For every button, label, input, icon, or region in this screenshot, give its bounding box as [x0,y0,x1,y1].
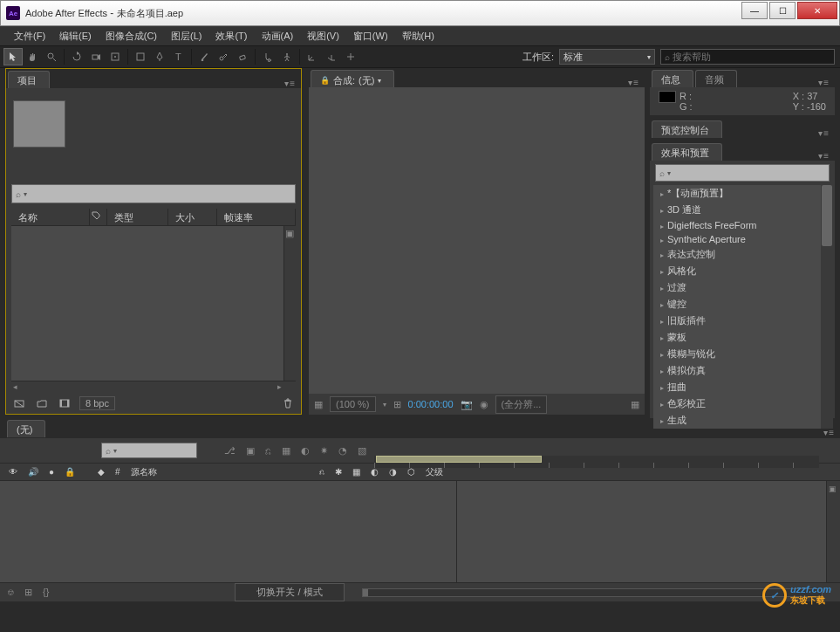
menu-edit[interactable]: 编辑(E) [52,28,99,45]
tool-local-axis[interactable] [303,48,322,65]
trash-icon[interactable] [280,396,296,410]
interpret-footage-icon[interactable] [11,396,27,410]
tool-roto[interactable] [258,48,277,65]
menu-layer[interactable]: 图层(L) [164,28,208,45]
project-list[interactable]: ▣ ◂ ▸ [11,226,296,393]
toggle-switches-icon[interactable]: ⎊ [5,585,17,600]
grid-icon[interactable]: ▦ [631,399,639,410]
window-maximize-button[interactable]: ☐ [769,2,796,19]
fx-anim-presets[interactable]: *【动画预置】 [653,185,833,202]
timeline-search-box[interactable]: ⌕ ▾ [101,443,197,458]
menu-animation[interactable]: 动画(A) [255,28,301,45]
scrollbar-vertical[interactable]: ▣ [283,226,296,393]
resolution-select[interactable]: (全分辨... [495,395,548,414]
col-switch-mb-icon[interactable]: ◐ [367,467,382,477]
col-switch-3d-icon[interactable]: ⬡ [404,467,419,477]
menu-composition[interactable]: 图像合成(C) [99,28,164,45]
draft-3d-icon[interactable]: ▣ [243,443,257,458]
menu-view[interactable]: 视图(V) [300,28,346,45]
col-label-icon[interactable]: ◆ [94,467,108,477]
tool-zoom[interactable] [42,48,61,65]
tool-puppet[interactable] [277,48,297,65]
fx-simulation[interactable]: 模拟仿真 [653,362,833,379]
tool-world-axis[interactable] [322,48,341,65]
tool-clone[interactable] [214,48,233,65]
fx-distort[interactable]: 扭曲 [653,379,833,395]
timeline-panel-menu-icon[interactable]: ▾≡ [818,428,840,437]
project-search-input[interactable] [30,189,291,199]
comp-tab[interactable]: 🔒 合成: (无) ▾ [311,70,394,87]
fx-transition[interactable]: 过渡 [653,279,833,296]
col-visible-icon[interactable]: 👁 [5,467,21,477]
comp-viewer[interactable] [309,87,645,394]
fx-blur-sharpen[interactable]: 模糊与锐化 [653,346,833,362]
scrollbar-horizontal[interactable]: ◂ ▸ [11,381,296,393]
timeline-tab[interactable]: (无) [7,420,45,437]
tool-pen[interactable] [150,48,169,65]
mode-toggle-button[interactable]: 切换开关 / 模式 [235,583,344,601]
graph-editor-icon[interactable]: ▧ [355,443,369,458]
bpc-display[interactable]: 8 bpc [79,396,115,410]
window-minimize-button[interactable]: — [741,2,768,19]
always-preview-icon[interactable]: ▦ [314,399,323,410]
timeline-zoom-slider[interactable] [362,588,823,597]
flowchart-icon[interactable]: ▣ [285,228,294,237]
shy-layers-icon[interactable]: ⎌ [263,443,274,457]
fx-synthetic-aperture[interactable]: Synthetic Aperture [653,232,833,246]
effects-search-box[interactable]: ⌕ ▾ [655,164,830,182]
tool-brush[interactable] [195,48,214,65]
effects-search-input[interactable] [671,168,825,178]
col-audio-icon[interactable]: 🔊 [24,467,42,477]
project-tab[interactable]: 项目 [8,71,50,88]
scrollbar-vertical[interactable]: ▣ [826,481,840,582]
tool-rotate[interactable] [67,48,86,65]
info-panel-menu-icon[interactable]: ▾≡ [813,78,835,87]
toggle-transfer-icon[interactable]: ⊞ [22,585,35,600]
time-display[interactable]: 0:00:00:00 [408,399,454,409]
col-index[interactable]: # [112,467,124,477]
tool-shape[interactable] [131,48,150,65]
timeline-search-input[interactable] [117,445,193,456]
tool-pan-behind[interactable] [106,48,125,65]
workspace-select[interactable]: 标准 [559,49,655,65]
scrollbar-vertical[interactable] [821,185,833,429]
comp-marker-icon[interactable]: ▣ [829,484,837,493]
window-close-button[interactable]: ✕ [797,2,837,19]
effects-list[interactable]: *【动画预置】 3D 通道 Digieffects FreeForm Synth… [653,185,833,429]
col-switch-fb-icon[interactable]: ▦ [349,467,364,477]
preview-tab[interactable]: 预览控制台 [652,120,722,138]
tool-camera[interactable] [86,48,106,65]
frame-blend-icon[interactable]: ▦ [279,443,293,458]
show-channel-icon[interactable]: ◉ [480,399,488,410]
fx-generate[interactable]: 生成 [653,412,833,429]
fx-color-correction[interactable]: 色彩校正 [653,395,833,412]
comp-mini-flowchart-icon[interactable]: ⎇ [222,443,238,458]
snapshot-icon[interactable]: 📷 [461,399,473,410]
effects-tab[interactable]: 效果和预置 [652,143,722,161]
fx-obsolete[interactable]: 旧版插件 [653,313,833,329]
search-help-input[interactable] [673,52,830,62]
col-switch-shy-icon[interactable]: ⎌ [316,467,328,477]
effects-panel-menu-icon[interactable]: ▾≡ [813,151,835,161]
col-source-name[interactable]: 源名称 [127,466,188,478]
toggle-in-out-icon[interactable]: {} [40,585,51,600]
work-area-bar[interactable] [376,456,542,463]
col-label-icon[interactable] [90,209,107,225]
menu-file[interactable]: 文件(F) [7,28,52,45]
project-search-box[interactable]: ⌕ ▾ [11,184,296,203]
fx-keying[interactable]: 键控 [653,296,833,313]
project-panel-menu-icon[interactable]: ▾≡ [279,79,301,88]
motion-blur-icon[interactable]: ◐ [298,443,312,458]
info-tab[interactable]: 信息 [652,70,693,87]
fx-digieffects[interactable]: Digieffects FreeForm [653,218,833,232]
timeline-track-view[interactable]: ▣ [457,481,840,582]
search-help-box[interactable]: ⌕ [660,49,835,65]
preview-panel-menu-icon[interactable]: ▾≡ [813,128,835,138]
menu-window[interactable]: 窗口(W) [346,28,395,45]
tool-text[interactable]: T [169,48,188,65]
tool-selection[interactable] [3,48,23,65]
menu-help[interactable]: 帮助(H) [395,28,441,45]
col-type[interactable]: 类型 [107,209,168,225]
comp-panel-menu-icon[interactable]: ▾≡ [623,78,645,87]
col-lock-icon[interactable]: 🔒 [61,467,79,477]
